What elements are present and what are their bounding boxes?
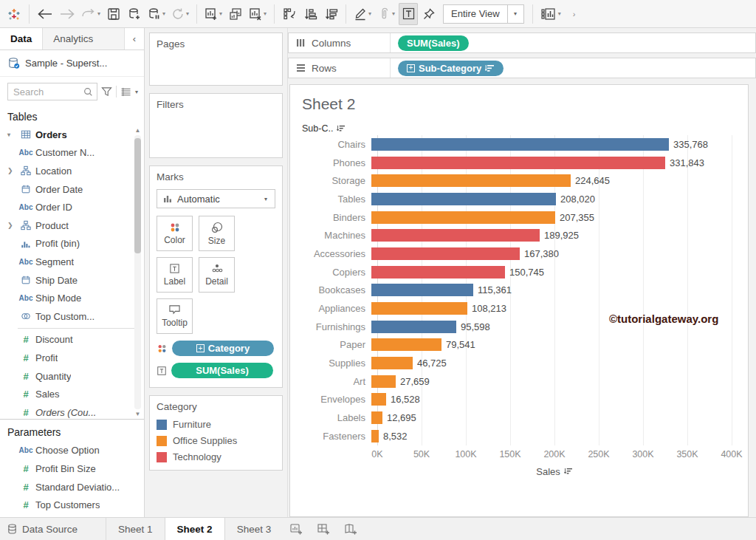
scrollbar-thumb[interactable] xyxy=(134,138,141,253)
field-ship-mode[interactable]: AbcShip Mode xyxy=(0,289,144,307)
sub-category-label[interactable]: Chairs xyxy=(300,139,371,150)
sub-category-label[interactable]: Art xyxy=(300,376,371,387)
tooltip-button[interactable]: Tooltip xyxy=(157,298,193,334)
swap-rows-columns-icon[interactable] xyxy=(280,3,299,25)
sub-category-label[interactable]: Storage xyxy=(300,175,371,186)
parameter-standard-deviatio[interactable]: #Standard Deviatio... xyxy=(0,478,144,496)
view-options-icon[interactable] xyxy=(120,87,131,97)
expand-hierarchy-icon[interactable]: + xyxy=(196,344,205,352)
bar-mark[interactable] xyxy=(371,138,669,151)
columns-pill-sum-sales[interactable]: SUM(Sales) xyxy=(398,35,469,51)
field-sales[interactable]: #Sales xyxy=(0,385,144,403)
sub-category-label[interactable]: Labels xyxy=(300,412,371,423)
row-field-header[interactable]: Sub-C.. xyxy=(302,123,738,134)
pill-sum-sales[interactable]: SUM(Sales) xyxy=(171,363,273,378)
legend-item-technology[interactable]: Technology xyxy=(157,451,275,462)
rows-pill-sub-category[interactable]: + Sub-Category xyxy=(398,61,504,76)
bar-mark[interactable] xyxy=(371,247,520,260)
sub-category-label[interactable]: Envelopes xyxy=(300,394,371,405)
scrollbar-track[interactable] xyxy=(134,135,141,409)
sort-descending-icon[interactable] xyxy=(321,3,340,25)
legend-item-furniture[interactable]: Furniture xyxy=(157,419,275,430)
tab-data-source[interactable]: Data Source xyxy=(0,518,106,540)
bar-mark[interactable] xyxy=(371,157,665,169)
rows-shelf[interactable]: Rows + Sub-Category xyxy=(288,58,756,78)
fit-selector-caret-icon[interactable]: ▾ xyxy=(507,5,523,23)
fields-scrollbar[interactable]: ▲ ▼ xyxy=(133,126,142,419)
search-box[interactable] xyxy=(7,83,97,100)
bar-mark[interactable] xyxy=(371,174,571,187)
bar-mark[interactable] xyxy=(371,229,540,242)
bar-mark[interactable] xyxy=(371,266,505,278)
new-worksheet-button[interactable] xyxy=(283,518,310,540)
highlight-icon[interactable]: ▾ xyxy=(351,3,374,25)
collapse-pane-icon[interactable]: ‹ xyxy=(125,28,144,49)
sub-category-label[interactable]: Furnishings xyxy=(300,321,371,332)
field-discount[interactable]: #Discount xyxy=(0,331,144,349)
tab-sheet-2[interactable]: Sheet 2 xyxy=(165,518,225,540)
bar-mark[interactable] xyxy=(371,411,382,424)
overflow-chevron-icon[interactable]: › xyxy=(565,3,584,25)
pill-category[interactable]: + Category xyxy=(172,341,274,356)
tab-sheet-1[interactable]: Sheet 1 xyxy=(106,518,165,540)
x-axis-title[interactable]: Sales xyxy=(377,466,732,477)
back-icon[interactable] xyxy=(35,3,55,25)
sub-category-label[interactable]: Copiers xyxy=(300,267,371,278)
new-worksheet-icon[interactable]: ▾ xyxy=(202,3,224,25)
sub-category-label[interactable]: Tables xyxy=(300,194,371,205)
filters-shelf[interactable]: Filters xyxy=(149,93,283,158)
collapse-icon[interactable]: ▾ xyxy=(7,131,16,138)
view-options-caret-icon[interactable]: ▾ xyxy=(135,89,138,95)
new-story-button[interactable] xyxy=(337,518,365,540)
field-order-date[interactable]: Order Date xyxy=(0,180,144,199)
parameter-profit-bin-size[interactable]: #Profit Bin Size xyxy=(0,459,144,478)
size-button[interactable]: Size xyxy=(199,216,235,251)
parameter-top-customers[interactable]: #Top Customers xyxy=(0,496,144,514)
field-profit-bin[interactable]: Profit (bin) xyxy=(0,235,144,253)
bar-mark[interactable] xyxy=(371,357,413,369)
bar-mark[interactable] xyxy=(371,375,396,388)
field-product[interactable]: ❯Product xyxy=(0,216,144,235)
scroll-down-icon[interactable]: ▼ xyxy=(135,409,141,419)
sub-category-label[interactable]: Accessories xyxy=(300,248,371,259)
field-segment[interactable]: AbcSegment xyxy=(0,253,144,271)
color-button[interactable]: Color xyxy=(157,216,193,251)
search-input[interactable] xyxy=(13,86,83,98)
legend-item-office-supplies[interactable]: Office Supplies xyxy=(157,435,275,446)
sort-control-icon[interactable] xyxy=(337,125,346,132)
add-data-source-icon[interactable] xyxy=(125,3,144,25)
field-order-id[interactable]: AbcOrder ID xyxy=(0,198,144,216)
sub-category-label[interactable]: Appliances xyxy=(300,303,371,314)
bar-mark[interactable] xyxy=(371,302,467,315)
bar-mark[interactable] xyxy=(371,211,555,224)
bar-mark[interactable] xyxy=(371,338,441,351)
field-quantity[interactable]: #Quantity xyxy=(0,367,144,386)
clear-sheet-icon[interactable]: ▾ xyxy=(247,3,269,25)
forward-icon[interactable] xyxy=(57,3,78,25)
sort-ascending-icon[interactable] xyxy=(300,3,320,25)
parameter-choose-option[interactable]: AbcChoose Option xyxy=(0,442,144,460)
show-me-icon[interactable]: ▾ xyxy=(538,3,563,25)
fit-selector[interactable]: Entire View ▾ xyxy=(443,4,524,24)
sub-category-label[interactable]: Bookcases xyxy=(300,284,371,295)
x-axis[interactable]: 0K50K100K150K200K250K300K350K400K xyxy=(377,445,738,462)
field-top-custom[interactable]: Top Custom... xyxy=(0,307,144,326)
duplicate-sheet-icon[interactable] xyxy=(226,3,245,25)
expand-icon[interactable]: ❯ xyxy=(7,222,16,229)
tab-sheet-3[interactable]: Sheet 3 xyxy=(225,518,284,540)
sub-category-label[interactable]: Supplies xyxy=(300,358,371,369)
sub-category-label[interactable]: Phones xyxy=(300,157,371,168)
mark-type-caret-icon[interactable]: ▾ xyxy=(257,196,275,202)
sub-category-label[interactable]: Paper xyxy=(300,339,371,350)
datasource-item[interactable]: Sample - Superst... xyxy=(0,50,144,77)
sub-category-label[interactable]: Fasteners xyxy=(300,431,371,442)
table-orders[interactable]: ▾Orders xyxy=(0,126,144,144)
field-profit[interactable]: #Profit xyxy=(0,349,144,367)
filter-fields-icon[interactable] xyxy=(101,86,112,97)
bar-mark[interactable] xyxy=(371,193,556,205)
mark-type-dropdown[interactable]: Automatic ▾ xyxy=(157,189,275,208)
axis-sort-icon[interactable] xyxy=(564,468,573,475)
refresh-data-source-icon[interactable]: ▾ xyxy=(169,3,191,25)
show-mark-labels-icon[interactable] xyxy=(399,3,418,25)
field-ship-date[interactable]: Ship Date xyxy=(0,271,144,290)
